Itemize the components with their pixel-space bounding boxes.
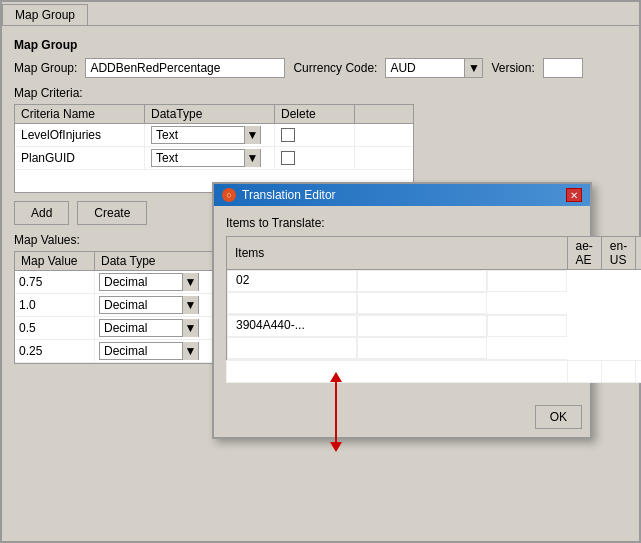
- tr-ae-input-1[interactable]: [366, 318, 416, 332]
- criteria-delete-checkbox-0[interactable]: [281, 128, 295, 142]
- criteria-table: Criteria Name DataType Delete LevelOfInj…: [14, 104, 414, 193]
- dialog-footer: OK: [214, 401, 590, 437]
- mv-type-arrow-0[interactable]: ▼: [182, 273, 198, 291]
- criteria-col-delete: Delete: [275, 105, 355, 123]
- tr-ja-0[interactable]: [357, 292, 487, 314]
- dialog-titlebar: ○ Translation Editor ✕: [214, 184, 590, 206]
- tr-es-1[interactable]: [227, 337, 357, 359]
- translation-header-row: Items ae-AE en-US es-ES ja-JP: [227, 237, 642, 270]
- dialog-icon: ○: [222, 188, 236, 202]
- mv-type-dropdown-3[interactable]: Decimal ▼: [99, 342, 199, 360]
- map-group-label: Map Group:: [14, 61, 77, 75]
- criteria-delete-0: [275, 124, 355, 146]
- currency-code-dropdown-wrapper: ▼: [385, 58, 483, 78]
- mv-type-dropdown-2[interactable]: Decimal ▼: [99, 319, 199, 337]
- map-group-row: Map Group: Currency Code: ▼ Version:: [14, 58, 627, 78]
- tr-item-1: 3904A440-...: [227, 315, 357, 337]
- mv-value-2: 0.5: [15, 317, 95, 339]
- mv-value-3: 0.25: [15, 340, 95, 362]
- tr-en-0[interactable]: [487, 270, 567, 292]
- translation-row-empty: [227, 361, 642, 383]
- criteria-section: Map Criteria: Criteria Name DataType Del…: [14, 86, 627, 193]
- criteria-section-label: Map Criteria:: [14, 86, 627, 100]
- version-label: Version:: [491, 61, 534, 75]
- ok-button[interactable]: OK: [535, 405, 582, 429]
- mv-type-arrow-1[interactable]: ▼: [182, 296, 198, 314]
- criteria-type-arrow-1[interactable]: ▼: [244, 149, 260, 167]
- tr-en-input-1[interactable]: [496, 318, 546, 332]
- tr-ja-input-1[interactable]: [366, 340, 416, 354]
- dialog-title: Translation Editor: [242, 188, 566, 202]
- tr-es-input-1[interactable]: [236, 340, 286, 354]
- main-window: Map Group Map Group Map Group: Currency …: [0, 0, 641, 543]
- translation-table: Items ae-AE en-US es-ES ja-JP 02: [226, 236, 641, 383]
- criteria-delete-checkbox-1[interactable]: [281, 151, 295, 165]
- tr-es-0[interactable]: [227, 292, 357, 314]
- tr-ja-1[interactable]: [357, 337, 487, 359]
- create-button[interactable]: Create: [77, 201, 147, 225]
- mv-col-value: Map Value: [15, 252, 95, 270]
- currency-code-label: Currency Code:: [293, 61, 377, 75]
- criteria-col-name: Criteria Name: [15, 105, 145, 123]
- currency-code-input[interactable]: [385, 58, 465, 78]
- mv-type-arrow-2[interactable]: ▼: [182, 319, 198, 337]
- tr-ja-input-0[interactable]: [366, 295, 416, 309]
- mv-value-0: 0.75: [15, 271, 95, 293]
- mv-type-2: Decimal ▼: [95, 317, 225, 339]
- th-ae: ae-AE: [567, 237, 601, 270]
- criteria-type-1: Text ▼: [145, 147, 275, 169]
- mv-type-arrow-3[interactable]: ▼: [182, 342, 198, 360]
- translation-row-0: 02: [227, 270, 567, 315]
- translation-table-body: 02 3904A440-...: [227, 270, 642, 383]
- th-es: es-ES: [636, 237, 641, 270]
- tr-en-1[interactable]: [487, 315, 567, 337]
- criteria-delete-1: [275, 147, 355, 169]
- th-items: Items: [227, 237, 568, 270]
- tab-map-group[interactable]: Map Group: [2, 4, 88, 25]
- version-input[interactable]: [543, 58, 583, 78]
- add-button[interactable]: Add: [14, 201, 69, 225]
- mv-type-3: Decimal ▼: [95, 340, 225, 362]
- tr-ae-0[interactable]: [357, 270, 487, 292]
- tab-bar: Map Group: [2, 2, 639, 26]
- th-en: en-US: [601, 237, 635, 270]
- mv-type-dropdown-0[interactable]: Decimal ▼: [99, 273, 199, 291]
- mv-type-0: Decimal ▼: [95, 271, 225, 293]
- mv-col-type: Data Type: [95, 252, 225, 270]
- tr-en-input-0[interactable]: [496, 273, 546, 287]
- dialog-close-button[interactable]: ✕: [566, 188, 582, 202]
- arrow-head-down: [330, 442, 342, 452]
- main-section-title: Map Group: [14, 38, 627, 52]
- criteria-name-1: PlanGUID: [15, 147, 145, 169]
- criteria-row-1: PlanGUID Text ▼: [15, 147, 413, 170]
- mv-type-dropdown-1[interactable]: Decimal ▼: [99, 296, 199, 314]
- mv-type-1: Decimal ▼: [95, 294, 225, 316]
- criteria-table-header: Criteria Name DataType Delete: [15, 105, 413, 124]
- map-group-input[interactable]: [85, 58, 285, 78]
- mv-value-1: 1.0: [15, 294, 95, 316]
- translation-row-1: 3904A440-...: [227, 315, 567, 360]
- dialog-body: Items to Translate: Items ae-AE en-US es…: [214, 206, 590, 401]
- criteria-type-dropdown-1[interactable]: Text ▼: [151, 149, 261, 167]
- tr-ae-input-0[interactable]: [366, 273, 416, 287]
- criteria-name-0: LevelOfInjuries: [15, 124, 145, 146]
- criteria-type-arrow-0[interactable]: ▼: [244, 126, 260, 144]
- criteria-type-dropdown-0[interactable]: Text ▼: [151, 126, 261, 144]
- criteria-type-0: Text ▼: [145, 124, 275, 146]
- currency-dropdown-arrow[interactable]: ▼: [465, 58, 483, 78]
- criteria-row-0: LevelOfInjuries Text ▼: [15, 124, 413, 147]
- criteria-col-type: DataType: [145, 105, 275, 123]
- tr-es-input-0[interactable]: [236, 295, 286, 309]
- items-to-translate-label: Items to Translate:: [226, 216, 578, 230]
- tr-ae-1[interactable]: [357, 315, 487, 337]
- tr-item-0: 02: [227, 270, 357, 292]
- translation-table-header: Items ae-AE en-US es-ES ja-JP: [227, 237, 642, 270]
- translation-editor-dialog: ○ Translation Editor ✕ Items to Translat…: [212, 182, 592, 439]
